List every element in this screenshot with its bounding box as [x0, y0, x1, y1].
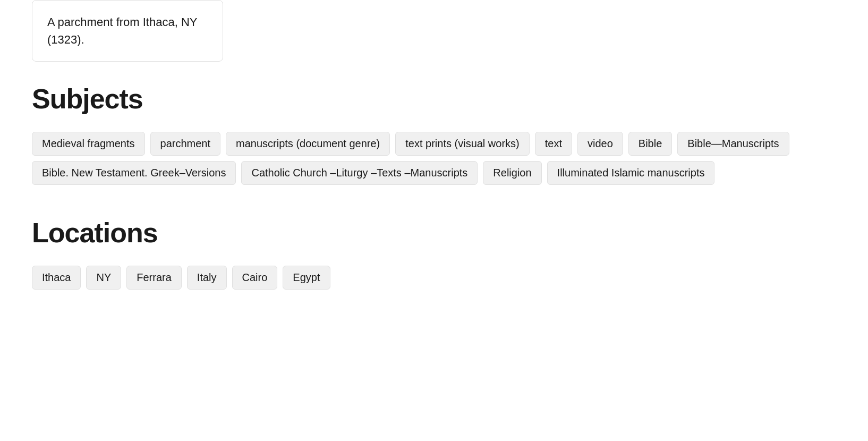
location-tag[interactable]: Ithaca	[32, 266, 81, 290]
subject-tag[interactable]: video	[577, 132, 623, 156]
location-tag[interactable]: Egypt	[283, 266, 330, 290]
parchment-card: A parchment from Ithaca, NY (1323).	[32, 0, 223, 62]
subjects-section: Subjects Medieval fragmentsparchmentmanu…	[32, 83, 836, 185]
parchment-text: A parchment from Ithaca, NY (1323).	[47, 13, 208, 48]
subject-tag[interactable]: Bible	[628, 132, 672, 156]
subject-tag[interactable]: Catholic Church –Liturgy –Texts –Manuscr…	[241, 161, 478, 185]
location-tag[interactable]: Cairo	[232, 266, 278, 290]
location-tag[interactable]: Ferrara	[126, 266, 182, 290]
location-tag[interactable]: NY	[86, 266, 121, 290]
subjects-title: Subjects	[32, 83, 836, 115]
locations-section: Locations IthacaNYFerraraItalyCairoEgypt	[32, 217, 836, 290]
subjects-tags-container: Medieval fragmentsparchmentmanuscripts (…	[32, 132, 836, 185]
locations-title: Locations	[32, 217, 836, 249]
subject-tag[interactable]: Bible—Manuscripts	[677, 132, 789, 156]
page-container: A parchment from Ithaca, NY (1323). Subj…	[0, 0, 868, 290]
subject-tag[interactable]: text	[535, 132, 572, 156]
locations-tags-container: IthacaNYFerraraItalyCairoEgypt	[32, 266, 836, 290]
subject-tag[interactable]: parchment	[150, 132, 221, 156]
subject-tag[interactable]: text prints (visual works)	[395, 132, 530, 156]
subject-tag[interactable]: manuscripts (document genre)	[226, 132, 390, 156]
subject-tag[interactable]: Bible. New Testament. Greek–Versions	[32, 161, 236, 185]
subject-tag[interactable]: Illuminated Islamic manuscripts	[547, 161, 715, 185]
subject-tag[interactable]: Medieval fragments	[32, 132, 145, 156]
subject-tag[interactable]: Religion	[483, 161, 541, 185]
location-tag[interactable]: Italy	[187, 266, 227, 290]
